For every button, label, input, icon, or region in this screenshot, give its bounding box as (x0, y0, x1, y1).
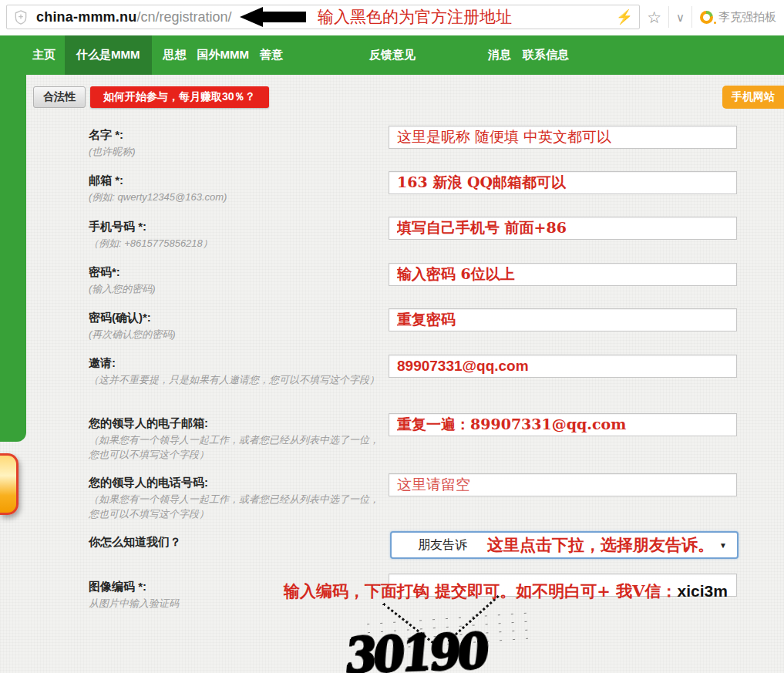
divider (691, 6, 692, 28)
password-label: 密码*: (89, 265, 385, 280)
nav-item-what-is-mmm[interactable]: 什么是MMM (65, 35, 152, 75)
password-field[interactable] (389, 263, 737, 286)
password-confirm-hint: (再次确认您的密码) (89, 328, 385, 342)
page: china-mmm.nu/cn/registration/ 输入黑色的为官方注册… (0, 0, 784, 673)
opera-news-icon[interactable] (700, 11, 713, 24)
name-hint: (也许昵称) (89, 145, 385, 160)
captcha-image: 30190 (331, 614, 586, 673)
name-field[interactable] (389, 126, 737, 149)
nav-item-feedback[interactable]: 反馈意见 (369, 48, 416, 62)
browser-toolbar-icons: ⚡ ☆ ∨ 李克强拍板 (609, 0, 779, 34)
sidebar-strip (0, 75, 26, 442)
phone-field[interactable] (389, 217, 737, 240)
nav-item-ideology[interactable]: 思想 (163, 48, 187, 62)
main-nav: 主页 什么是MMM 思想 国外MMM 善意 反馈意见 消息 联系信息 (0, 35, 784, 75)
browser-bar: china-mmm.nu/cn/registration/ 输入黑色的为官方注册… (0, 0, 784, 35)
email-field[interactable] (389, 171, 737, 194)
email-hint: (例如: qwerty12345@163.com) (89, 190, 385, 205)
invite-field-labels: 邀请: （这并不重要提，只是如果有人邀请您，您可以不填写这个字段） (89, 356, 385, 388)
nav-item-contact[interactable]: 联系信息 (523, 48, 569, 62)
news-headline[interactable]: 李克强拍板 (718, 10, 779, 25)
email-label: 邮箱 *: (89, 173, 385, 188)
lightning-icon[interactable]: ⚡ (609, 10, 640, 24)
password-field-labels: 密码*: (输入您的密码) (89, 265, 385, 297)
captcha-annotation-wechat-id: xici3m (678, 582, 728, 600)
leader-email-field-labels: 您的领导人的电子邮箱: （如果您有一个领导人一起工作，或者您已经从列表中选了一位… (89, 416, 385, 463)
how-know-us-label: 你怎么知道我们？ (89, 535, 385, 550)
password-confirm-label: 密码(确认)*: (89, 311, 385, 325)
name-label: 名字 *: (89, 128, 385, 143)
nav-item-foreign-mmm[interactable]: 国外MMM (197, 48, 250, 62)
leader-email-label: 您的领导人的电子邮箱: (89, 416, 385, 431)
bookmark-star-icon[interactable]: ☆ (640, 9, 668, 25)
password-hint: (输入您的密码) (89, 282, 385, 297)
password-confirm-field-labels: 密码(确认)*: (再次确认您的密码) (89, 311, 385, 342)
nav-item-messages[interactable]: 消息 (488, 48, 511, 62)
name-field-labels: 名字 *: (也许昵称) (89, 128, 385, 160)
dropdown-caret-icon: ▼ (719, 541, 727, 550)
how-know-us-labels: 你怎么知道我们？ (89, 535, 385, 550)
how-to-join-banner-button[interactable]: 如何开始参与，每月赚取30％？ (90, 86, 269, 108)
captcha-code: 30190 (343, 622, 488, 673)
site-info-icon[interactable] (14, 10, 28, 25)
how-know-us-select[interactable]: 朋友告诉 这里点击下拉，选择朋友告诉。 ▼ (390, 531, 739, 559)
leader-email-hint: （如果您有一个领导人一起工作，或者您已经从列表中选了一位，您也可以不填写这个字段… (89, 433, 385, 463)
main-content: 合法性 如何开始参与，每月赚取30％？ 手机网站 名字 *: (也许昵称) 邮箱… (0, 75, 784, 673)
selected-option: 朋友告诉 (418, 537, 467, 554)
annotation-arrow-icon (240, 7, 306, 27)
chevron-down-icon[interactable]: ∨ (669, 12, 691, 23)
leader-phone-field-labels: 您的领导人的电话号码: （如果您有一个领导人一起工作，或者您已经从列表中选了一位… (89, 476, 385, 522)
floating-service-tab[interactable] (0, 453, 19, 515)
invite-hint: （这并不重要提，只是如果有人邀请您，您可以不填写这个字段） (89, 373, 385, 388)
nav-item-goodwill[interactable]: 善意 (260, 48, 283, 62)
email-field-labels: 邮箱 *: (例如: qwerty12345@163.com) (89, 173, 385, 205)
phone-field-labels: 手机号码 *: （例如: +8615775856218） (89, 220, 385, 251)
url-annotation: 输入黑色的为官方注册地址 (318, 6, 512, 28)
invite-label: 邀请: (89, 356, 385, 371)
captcha-annotation-red: 输入编码，下面打钩 提交即可。如不明白可+ 我V信： (284, 581, 678, 601)
leader-email-field[interactable] (389, 413, 737, 436)
invite-field[interactable] (389, 355, 737, 378)
password-confirm-field[interactable] (389, 308, 737, 331)
phone-hint: （例如: +8615775856218） (89, 237, 385, 251)
leader-phone-field[interactable] (389, 473, 737, 496)
mobile-site-button[interactable]: 手机网站 (722, 86, 784, 109)
url-domain: china-mmm.nu (36, 9, 136, 25)
leader-phone-hint: （如果您有一个领导人一起工作，或者您已经从列表中选了一位，您也可以不填写这个字段… (89, 493, 385, 522)
dropdown-annotation: 这里点击下拉，选择朋友告诉。 (487, 534, 714, 556)
leader-phone-label: 您的领导人的电话号码: (89, 476, 385, 490)
nav-item-home[interactable]: 主页 (32, 48, 56, 62)
phone-label: 手机号码 *: (89, 220, 385, 234)
legality-button[interactable]: 合法性 (33, 86, 86, 108)
url-path: /cn/registration/ (136, 9, 231, 25)
captcha-annotation: 输入编码，下面打钩 提交即可。如不明白可+ 我V信：xici3m (284, 580, 728, 602)
